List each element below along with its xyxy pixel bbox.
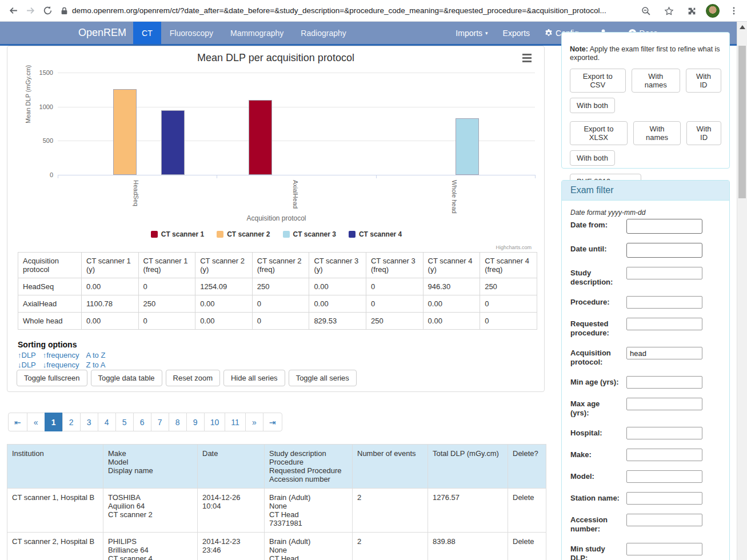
x-axis-line	[58, 175, 535, 175]
page-item-7[interactable]: 7	[151, 413, 169, 431]
max-age-yrs-input[interactable]	[626, 398, 702, 410]
forward-icon[interactable]	[22, 2, 39, 19]
page-scrollbar[interactable]	[737, 22, 747, 560]
delete-link[interactable]: Delete	[513, 537, 534, 546]
zoom-out-icon[interactable]	[637, 2, 654, 19]
tab-radiography[interactable]: Radiography	[292, 22, 354, 44]
sort-link-dlp[interactable]: ↑DLP	[18, 351, 36, 359]
bar-ct-scanner-1-axialhead[interactable]	[249, 100, 272, 175]
procedure-input[interactable]	[626, 296, 702, 309]
page-item-«[interactable]: «	[27, 413, 45, 431]
with-id-button[interactable]: With ID	[686, 121, 721, 145]
bar-ct-scanner-2-headseq[interactable]	[113, 89, 137, 175]
study-description-input[interactable]	[626, 267, 702, 279]
results-header: Delete?	[508, 445, 546, 489]
legend-item-ct-scanner-2[interactable]: CT scanner 2	[217, 230, 270, 238]
hide-all-series-button[interactable]: Hide all series	[223, 370, 285, 386]
sort-link-atoz[interactable]: A to Z	[86, 351, 105, 359]
y-tick-label: 0	[34, 171, 53, 178]
page-item-3[interactable]: 3	[80, 413, 98, 431]
reset-zoom-button[interactable]: Reset zoom	[166, 370, 220, 386]
export-to-csv-button[interactable]: Export to CSV	[570, 69, 626, 93]
study-line: CT Head	[269, 554, 347, 560]
filter-label-date-from: Date from:	[570, 219, 620, 234]
x-axis-tick	[217, 175, 217, 178]
page-item-6[interactable]: 6	[133, 413, 151, 431]
with-id-button[interactable]: With ID	[686, 69, 721, 93]
sort-link-frequency[interactable]: ↑frequency	[43, 351, 79, 359]
bar-ct-scanner-3-whole-head[interactable]	[456, 118, 479, 175]
make-input[interactable]	[626, 449, 702, 461]
toggle-data-table-button[interactable]: Toggle data table	[91, 370, 162, 386]
nav-imports[interactable]: Imports▾	[456, 22, 488, 44]
page-item-»[interactable]: »	[245, 413, 263, 431]
export-note: Note: Apply the exam filter first to ref…	[570, 45, 721, 62]
scrollbar-thumb[interactable]	[738, 46, 746, 198]
brand-logo[interactable]: OpenREM	[71, 22, 133, 44]
chart-table-cell: 0.00	[423, 313, 480, 330]
extensions-puzzle-icon[interactable]	[683, 2, 700, 19]
date-from-input[interactable]	[626, 219, 702, 234]
with-names-button[interactable]: With names	[633, 121, 681, 145]
header-line: Requested Procedure	[269, 466, 347, 475]
date-until-input[interactable]	[626, 243, 702, 258]
filter-field-requested-procedure: Requested procedure:	[570, 318, 721, 338]
page-item-1[interactable]: 1	[45, 413, 63, 431]
chart-table-cell: 0	[138, 278, 195, 295]
with-both-button[interactable]: With both	[570, 150, 615, 166]
tab-fluoroscopy[interactable]: Fluoroscopy	[161, 22, 222, 44]
page-item-2[interactable]: 2	[62, 413, 81, 431]
avatar[interactable]	[706, 4, 720, 18]
reload-icon[interactable]	[39, 2, 56, 19]
header-line: Delete?	[513, 449, 541, 458]
y-axis-title: Mean DLP (mGy.cm)	[25, 65, 31, 123]
note-text: Apply the exam filter first to refine wh…	[570, 45, 720, 62]
tab-mammography[interactable]: Mammography	[222, 22, 292, 44]
min-study-dlp-input[interactable]	[626, 543, 702, 555]
requested-procedure-input[interactable]	[626, 318, 702, 330]
export-to-xlsx-button[interactable]: Export to XLSX	[570, 121, 628, 145]
legend-item-ct-scanner-4[interactable]: CT scanner 4	[349, 230, 402, 238]
page-item-8[interactable]: 8	[169, 413, 187, 431]
export-row: With both	[570, 98, 721, 113]
scrollbar-up-arrow[interactable]	[740, 25, 745, 29]
back-icon[interactable]	[5, 2, 22, 19]
page-item-⇥[interactable]: ⇥	[263, 413, 282, 431]
page-item-9[interactable]: 9	[186, 413, 205, 431]
browser-menu-icon[interactable]	[725, 2, 742, 19]
legend-item-ct-scanner-1[interactable]: CT scanner 1	[151, 230, 204, 238]
legend-label: CT scanner 1	[161, 230, 204, 238]
bar-ct-scanner-4-headseq[interactable]	[161, 110, 185, 175]
with-names-button[interactable]: With names	[632, 69, 680, 93]
sort-link-ztoa[interactable]: Z to A	[86, 361, 105, 369]
page-item-11[interactable]: 11	[225, 413, 246, 431]
url-bar[interactable]: demo.openrem.org/openrem/ct/?date_after=…	[61, 6, 606, 15]
chart-table-cell: HeadSeq	[18, 278, 82, 295]
filter-label-requested-procedure: Requested procedure:	[570, 318, 620, 338]
tab-ct[interactable]: CT	[133, 22, 161, 44]
sort-link-dlp[interactable]: ↓DLP	[18, 361, 36, 369]
delete-link[interactable]: Delete	[513, 493, 534, 502]
hospital-input[interactable]	[626, 427, 702, 439]
page-item-⇤[interactable]: ⇤	[8, 413, 27, 431]
with-both-button[interactable]: With both	[570, 98, 615, 113]
accession-number-input[interactable]	[626, 514, 702, 526]
pagination: ⇤«1234567891011»⇥	[8, 413, 282, 431]
nav-exports[interactable]: Exports	[503, 22, 530, 44]
model-input[interactable]	[626, 470, 702, 483]
toggle-all-series-button[interactable]: Toggle all series	[289, 370, 357, 386]
sort-link-frequency[interactable]: ↓frequency	[43, 361, 79, 369]
bookmark-star-icon[interactable]	[660, 2, 677, 19]
device-cell: PHILIPSBrilliance 64CT scanner 4	[103, 533, 198, 560]
legend-item-ct-scanner-3[interactable]: CT scanner 3	[283, 230, 336, 238]
acquisition-protocol-input[interactable]	[626, 347, 702, 359]
page-item-4[interactable]: 4	[98, 413, 116, 431]
chart-table-cell: 250	[480, 278, 537, 295]
page-item-5[interactable]: 5	[115, 413, 134, 431]
page-item-10[interactable]: 10	[204, 413, 226, 431]
toggle-fullscreen-button[interactable]: Toggle fullscreen	[17, 370, 87, 386]
min-age-yrs-input[interactable]	[626, 376, 702, 389]
note-label: Note:	[570, 45, 588, 53]
results-header: Institution	[7, 445, 103, 489]
station-name-input[interactable]	[626, 492, 702, 505]
